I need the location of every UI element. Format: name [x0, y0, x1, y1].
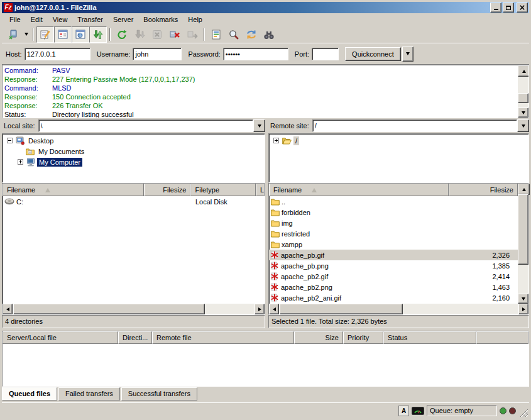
column-header-direction[interactable]: Directi... — [118, 331, 152, 344]
directory-filter-button[interactable] — [207, 26, 225, 43]
quickconnect-button[interactable]: Quickconnect — [345, 47, 401, 61]
quickconnect-dropdown[interactable] — [402, 47, 413, 62]
local-site-input[interactable] — [38, 119, 253, 132]
remote-vertical-scrollbar[interactable] — [518, 184, 528, 304]
queue-status-panel: Queue: empty — [427, 405, 497, 416]
menu-bookmarks[interactable]: Bookmarks — [138, 14, 183, 25]
collapse-expander[interactable] — [7, 138, 13, 143]
tree-item-root[interactable]: / — [269, 135, 528, 146]
find-files-button[interactable] — [260, 26, 278, 43]
log-entry-message: 226 Transfer OK — [52, 102, 103, 109]
menu-server[interactable]: Server — [108, 14, 138, 25]
remote-file-row[interactable]: img — [269, 218, 528, 228]
disconnect-button[interactable] — [166, 26, 183, 43]
message-log-toggle-button[interactable] — [36, 26, 54, 43]
queue-toggle-button[interactable] — [89, 26, 107, 43]
menu-view[interactable]: View — [48, 14, 73, 25]
scroll-right-button[interactable] — [518, 304, 528, 314]
folder-icon — [271, 241, 280, 248]
image-file-icon — [271, 251, 279, 259]
remote-file-row[interactable]: apache_pb.png1,385 — [269, 260, 528, 271]
remote-file-row[interactable]: forbidden — [269, 207, 528, 218]
tab-failed-transfers[interactable]: Failed transfers — [58, 387, 120, 401]
process-queue-icon — [134, 29, 145, 40]
scrollbar-thumb[interactable] — [13, 304, 205, 314]
toolbar-separator — [109, 28, 111, 41]
password-label: Password: — [188, 50, 220, 58]
local-file-row[interactable]: C: Local Disk — [3, 196, 265, 207]
maximize-button[interactable] — [503, 3, 514, 13]
minimize-button[interactable] — [490, 3, 501, 13]
tab-queued-files[interactable]: Queued files — [2, 387, 57, 401]
column-header-size[interactable]: Size — [294, 331, 343, 344]
directory-comparison-button[interactable] — [225, 26, 243, 43]
column-header-filename[interactable]: Filename — [3, 184, 144, 196]
menu-file[interactable]: File — [4, 14, 26, 25]
activity-led-red — [509, 407, 516, 414]
synchronized-browsing-button[interactable] — [243, 26, 260, 43]
remote-file-row-selected[interactable]: apache_pb.gif2,326 — [269, 250, 528, 260]
column-header-filesize[interactable]: Filesize — [144, 184, 191, 196]
scroll-down-button[interactable] — [518, 108, 528, 118]
expand-expander[interactable] — [273, 138, 279, 143]
username-input[interactable] — [133, 48, 182, 60]
remote-site-dropdown[interactable] — [517, 119, 529, 132]
expand-expander[interactable] — [18, 159, 23, 165]
column-header-priority[interactable]: Priority — [343, 331, 383, 344]
remote-file-row[interactable]: .. — [269, 196, 528, 207]
host-input[interactable] — [25, 48, 90, 60]
local-tree-toggle-button[interactable] — [54, 26, 72, 43]
scrollbar-thumb[interactable] — [518, 194, 528, 265]
remote-file-row[interactable]: apache_pb2.png1,463 — [269, 282, 528, 292]
menu-help[interactable]: Help — [183, 14, 207, 25]
column-header-status[interactable]: Status — [383, 331, 476, 344]
remote-list-body: .. forbidden img restricted xampp apache… — [269, 196, 528, 305]
local-site-dropdown[interactable] — [253, 119, 265, 132]
remote-tree-toggle-button[interactable] — [72, 26, 89, 43]
column-header-last-modified[interactable]: L — [256, 184, 265, 196]
tab-successful-transfers[interactable]: Successful transfers — [121, 387, 197, 401]
quickconnect-bar: Host: Username: Password: Port: Quickcon… — [2, 43, 529, 65]
site-manager-button[interactable] — [4, 26, 22, 43]
menu-edit[interactable]: Edit — [26, 14, 48, 25]
status-bar: A Queue: empty — [2, 402, 529, 418]
port-input[interactable] — [312, 48, 339, 60]
column-header-filesize[interactable]: Filesize — [449, 184, 518, 196]
remote-file-row[interactable]: apache_pb2.gif2,414 — [269, 271, 528, 282]
scrollbar-thumb[interactable] — [518, 93, 528, 103]
local-horizontal-scrollbar[interactable] — [3, 304, 265, 314]
speed-limits-indicator[interactable] — [412, 407, 424, 415]
scroll-up-button[interactable] — [518, 184, 530, 195]
menu-transfer[interactable]: Transfer — [72, 14, 108, 25]
remote-file-row[interactable]: restricted — [269, 228, 528, 239]
scroll-right-button[interactable] — [255, 304, 265, 314]
resize-grip[interactable] — [520, 409, 528, 417]
column-header-server-local-file[interactable]: Server/Local file — [3, 331, 118, 344]
remote-site-input[interactable] — [312, 119, 517, 132]
remote-horizontal-scrollbar[interactable] — [269, 304, 528, 314]
file-type: Local Disk — [195, 198, 227, 206]
site-manager-dropdown[interactable] — [22, 27, 30, 42]
tree-item-my-documents[interactable]: My Documents — [3, 146, 265, 157]
scroll-left-button[interactable] — [3, 304, 13, 314]
password-input[interactable] — [223, 48, 288, 60]
remote-file-row[interactable]: xampp — [269, 239, 528, 250]
refresh-button[interactable] — [113, 26, 131, 43]
scrollbar-thumb[interactable] — [280, 304, 403, 314]
scroll-left-button[interactable] — [269, 304, 279, 314]
data-type-indicator[interactable]: A — [398, 406, 409, 416]
log-scrollbar[interactable] — [518, 65, 528, 118]
close-button[interactable] — [517, 3, 528, 13]
file-name: forbidden — [282, 209, 310, 216]
column-header-filename[interactable]: Filename — [269, 184, 449, 196]
computer-icon — [26, 158, 35, 167]
column-header-remote-file[interactable]: Remote file — [152, 331, 294, 344]
log-entry-type: Status: — [4, 110, 52, 118]
tree-item-my-computer[interactable]: My Computer — [3, 157, 265, 167]
scroll-up-button[interactable] — [518, 65, 529, 77]
tree-item-desktop[interactable]: Desktop — [3, 135, 265, 146]
log-entry-type: Response: — [4, 92, 52, 101]
remote-file-row[interactable]: apache_pb2_ani.gif2,160 — [269, 292, 528, 303]
scroll-down-button[interactable] — [518, 294, 528, 304]
column-header-filetype[interactable]: Filetype — [190, 184, 256, 196]
